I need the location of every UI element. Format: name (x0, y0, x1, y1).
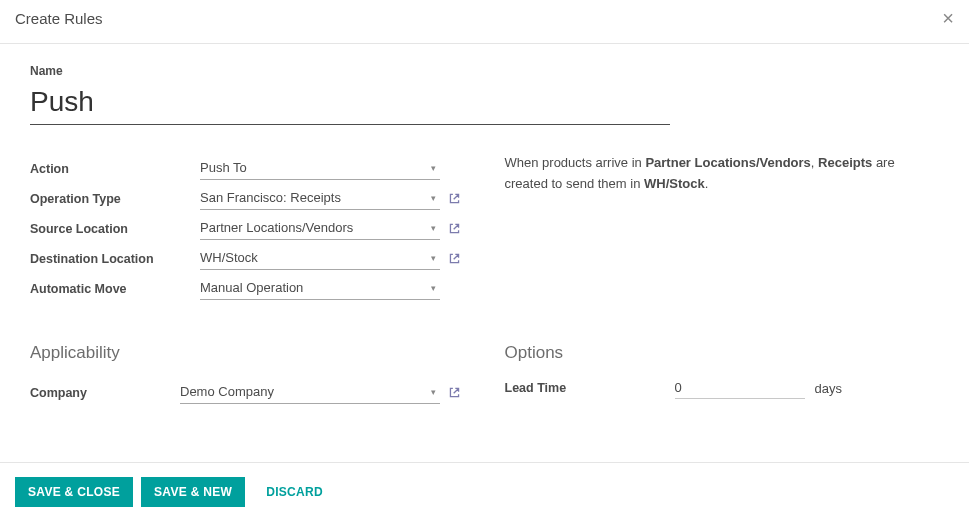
caret-down-icon: ▾ (427, 387, 440, 397)
lead-time-row: Lead Time days (505, 377, 940, 399)
external-link-icon[interactable] (448, 252, 461, 265)
save-new-button[interactable]: SAVE & NEW (141, 477, 245, 507)
operation-type-label: Operation Type (30, 190, 200, 206)
source-location-select[interactable]: Partner Locations/Vendors ▾ (200, 216, 440, 240)
help-bold: WH/Stock (644, 176, 705, 191)
automatic-move-label: Automatic Move (30, 280, 200, 296)
destination-location-row: Destination Location WH/Stock ▾ (30, 243, 465, 273)
lead-time-input[interactable] (675, 377, 805, 399)
discard-button[interactable]: DISCARD (253, 477, 336, 507)
operation-type-value: San Francisco: Receipts (200, 187, 427, 208)
help-bold: Partner Locations/Vendors (645, 155, 810, 170)
options-column: Options Lead Time days (505, 303, 940, 407)
operation-type-row: Operation Type San Francisco: Receipts ▾ (30, 183, 465, 213)
external-link-icon[interactable] (448, 192, 461, 205)
action-row: Action Push To ▾ (30, 153, 465, 183)
operation-type-select[interactable]: San Francisco: Receipts ▾ (200, 186, 440, 210)
caret-down-icon: ▾ (427, 253, 440, 263)
name-input[interactable] (30, 84, 670, 125)
options-heading: Options (505, 343, 940, 363)
company-label: Company (30, 384, 180, 400)
caret-down-icon: ▾ (427, 223, 440, 233)
company-select[interactable]: Demo Company ▾ (180, 380, 440, 404)
source-location-value: Partner Locations/Vendors (200, 217, 427, 238)
applicability-heading: Applicability (30, 343, 465, 363)
automatic-move-row: Automatic Move Manual Operation ▾ (30, 273, 465, 303)
lead-time-unit: days (815, 381, 842, 396)
destination-location-label: Destination Location (30, 250, 200, 266)
save-close-button[interactable]: SAVE & CLOSE (15, 477, 133, 507)
caret-down-icon: ▾ (427, 283, 440, 293)
source-location-label: Source Location (30, 220, 200, 236)
company-value: Demo Company (180, 381, 427, 402)
caret-down-icon: ▾ (427, 193, 440, 203)
dialog-title: Create Rules (15, 10, 103, 27)
lead-time-label: Lead Time (505, 381, 675, 395)
action-select[interactable]: Push To ▾ (200, 156, 440, 180)
applicability-column: Applicability Company Demo Company ▾ (30, 303, 465, 407)
dialog-body: Name Action Push To ▾ Operation Type San… (0, 44, 969, 417)
name-label: Name (30, 64, 939, 78)
external-link-icon[interactable] (448, 222, 461, 235)
action-label: Action (30, 160, 200, 176)
help-text: When products arrive in Partner Location… (505, 153, 940, 195)
dialog-header: Create Rules × (0, 0, 969, 44)
destination-location-select[interactable]: WH/Stock ▾ (200, 246, 440, 270)
dialog-footer: SAVE & CLOSE SAVE & NEW DISCARD (0, 462, 969, 521)
action-value: Push To (200, 157, 427, 178)
external-link-icon[interactable] (448, 386, 461, 399)
automatic-move-select[interactable]: Manual Operation ▾ (200, 276, 440, 300)
close-icon[interactable]: × (942, 8, 954, 28)
right-column: When products arrive in Partner Location… (505, 153, 940, 303)
help-bold: Receipts (818, 155, 872, 170)
automatic-move-value: Manual Operation (200, 277, 427, 298)
company-row: Company Demo Company ▾ (30, 377, 465, 407)
source-location-row: Source Location Partner Locations/Vendor… (30, 213, 465, 243)
left-column: Action Push To ▾ Operation Type San Fran… (30, 153, 465, 303)
destination-location-value: WH/Stock (200, 247, 427, 268)
help-segment: . (705, 176, 709, 191)
help-segment: , (811, 155, 818, 170)
caret-down-icon: ▾ (427, 163, 440, 173)
help-segment: When products arrive in (505, 155, 646, 170)
